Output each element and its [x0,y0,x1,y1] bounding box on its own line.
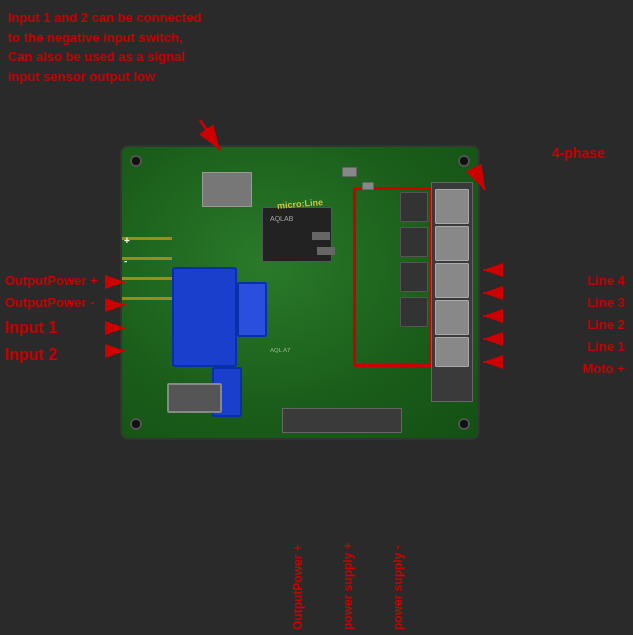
screw-hole-bl [130,418,142,430]
ic-label-2: AQL A7 [270,347,290,353]
usb-connector [167,383,222,413]
four-phase-rect [353,187,433,367]
top-annotation: Input 1 and 2 can be connected to the ne… [8,8,202,86]
trace-4 [122,297,172,300]
label-input1: Input 1 [5,314,98,341]
label-line3: Line 3 [583,292,625,314]
label-input2: Input 2 [5,341,98,368]
label-line4: Line 4 [583,270,625,292]
right-labels-container: Line 4 Line 3 Line 2 Line 1 Moto + [583,270,625,380]
bottom-label-3: power supply - [390,510,407,630]
screw-hole-tr [458,155,470,167]
label-outpower-plus: OutputPower + [5,270,98,292]
res-2 [317,247,335,255]
trace-3 [122,277,172,280]
pcb-board: micro:Line AQLAB AQL A7 + - [120,145,480,440]
main-container: Input 1 and 2 can be connected to the ne… [0,0,633,635]
ic-label: AQLAB [270,215,293,222]
screw-hole-br [458,418,470,430]
phase-label: 4-phase [552,145,605,161]
plus-label: + [124,235,130,246]
inductor [202,172,252,207]
screw-hole-tl [130,155,142,167]
minus-label: - [124,255,127,266]
blue-connector-main [172,267,237,367]
left-labels-container: OutputPower + OutputPower - Input 1 Inpu… [5,270,98,369]
cap-1 [342,167,357,177]
label-outpower-minus: OutputPower - [5,292,98,314]
cap-2 [362,182,374,190]
label-line2: Line 2 [583,314,625,336]
bottom-label-1: OutputPower + [290,510,307,630]
blue-connector-side [237,282,267,337]
label-line1: Line 1 [583,336,625,358]
terminal-block-bottom [282,408,402,433]
bottom-label-2: power supply + [340,510,357,630]
label-moto-plus: Moto + [583,358,625,380]
res-1 [312,232,330,240]
trace-2 [122,257,172,260]
